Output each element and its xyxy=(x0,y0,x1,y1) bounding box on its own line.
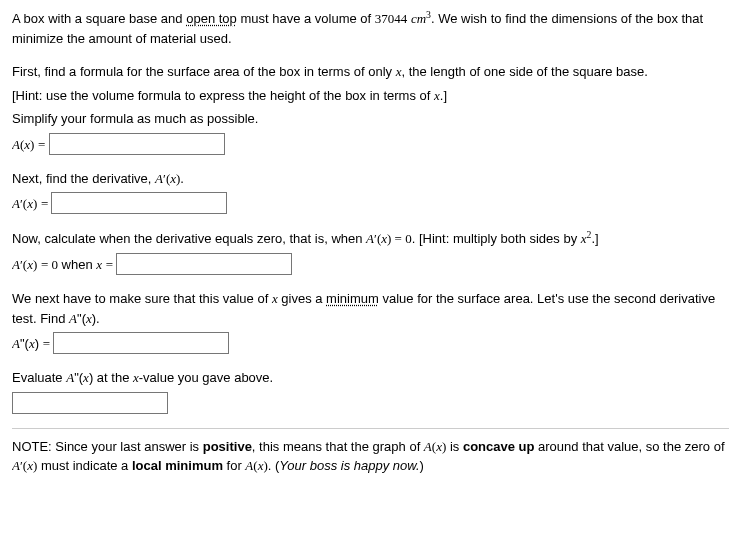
eq-zero: = 0 xyxy=(391,232,411,247)
note-b1: positive xyxy=(203,439,252,454)
intro-a: A box with a square base and xyxy=(12,11,186,26)
q1-hint: [Hint: use the volume formula to express… xyxy=(12,88,434,103)
q3-hint-b: .] xyxy=(591,232,598,247)
intro-b: must have a volume of xyxy=(237,11,375,26)
note-i1: Your boss is happy now. xyxy=(279,458,419,473)
question-3: Now, calculate when the derivative equal… xyxy=(12,228,729,275)
note-p8: ) xyxy=(420,458,424,473)
note-p5: must indicate a xyxy=(37,458,132,473)
paren-close: ) xyxy=(30,136,34,151)
q5-p1c: -value you gave above. xyxy=(139,370,273,385)
q1-simplify: Simplify your formula as much as possibl… xyxy=(12,109,729,129)
q3-hint: . [Hint: multiply both sides by xyxy=(412,232,581,247)
open-top-underlined: open top xyxy=(186,11,237,26)
input-A2prime-eval[interactable] xyxy=(12,392,168,414)
q4-p1b: gives a xyxy=(278,291,326,306)
label-A: A xyxy=(12,136,20,151)
intro-text: A box with a square base and open top mu… xyxy=(12,8,729,48)
question-5: Evaluate A"(x) at the x-value you gave a… xyxy=(12,368,729,414)
q1-text-b: , the length of one side of the square b… xyxy=(401,64,647,79)
note-b2: concave up xyxy=(463,439,535,454)
volume-value: 37044 xyxy=(375,11,408,26)
note-p1: NOTE: Since your last answer is xyxy=(12,439,203,454)
equals-sign: = xyxy=(41,196,52,211)
input-x-value[interactable] xyxy=(116,253,292,275)
note-b3: local minimum xyxy=(132,458,223,473)
note-p4: around that value, so the zero of xyxy=(534,439,724,454)
question-4: We next have to make sure that this valu… xyxy=(12,289,729,354)
note-p6: for xyxy=(223,458,245,473)
input-A2prime[interactable] xyxy=(53,332,229,354)
equals-sign: = xyxy=(43,336,54,351)
input-Ax[interactable] xyxy=(49,133,225,155)
q4-p1: We next have to make sure that this valu… xyxy=(12,291,272,306)
note-p3: is xyxy=(446,439,463,454)
volume-unit: cm xyxy=(411,11,426,26)
q2-text: Next, find the derivative, xyxy=(12,171,155,186)
equals-sign: = xyxy=(38,136,49,151)
question-1: First, find a formula for the surface ar… xyxy=(12,62,729,155)
note-block: NOTE: Since your last answer is positive… xyxy=(12,428,729,476)
label-A: A xyxy=(12,196,20,211)
question-2: Next, find the derivative, A′(x). A′(x) … xyxy=(12,169,729,215)
label-A: A xyxy=(155,171,163,186)
q1-text-a: First, find a formula for the surface ar… xyxy=(12,64,396,79)
q5-p1b: at the xyxy=(93,370,133,385)
q1-hint-b: .] xyxy=(440,88,447,103)
q5-p1: Evaluate xyxy=(12,370,66,385)
minimum-underlined: minimum xyxy=(326,291,379,306)
note-p7: . ( xyxy=(268,458,280,473)
q3-text: Now, calculate when the derivative equal… xyxy=(12,232,366,247)
note-p2: , this means that the graph of xyxy=(252,439,424,454)
when-text: when xyxy=(58,257,96,272)
input-Aprime[interactable] xyxy=(51,192,227,214)
